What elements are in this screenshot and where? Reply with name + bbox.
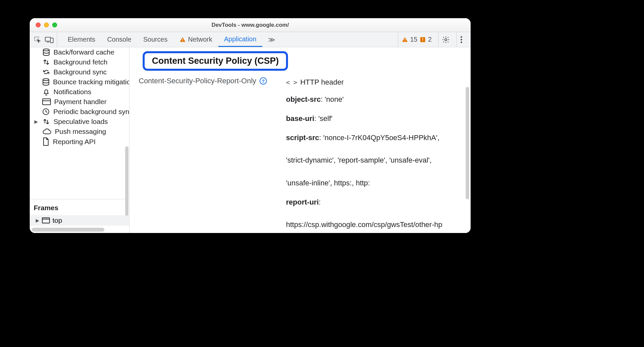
- svg-rect-17: [43, 99, 51, 105]
- tab-network[interactable]: Network: [173, 32, 218, 47]
- svg-point-14: [461, 41, 462, 43]
- svg-rect-20: [42, 218, 50, 223]
- main-detail-pane: Content Security Policy (CSP) Content-Se…: [129, 47, 471, 233]
- sidebar-item-label: Back/forward cache: [54, 48, 114, 56]
- sidebar-item-label: Payment handler: [54, 98, 107, 106]
- svg-rect-7: [405, 41, 405, 41]
- csp-directive-object-src: object-src: 'none': [286, 94, 461, 105]
- main-vscrollbar[interactable]: [466, 87, 469, 199]
- tabstrip: Elements Console Sources Network Applica…: [30, 32, 471, 47]
- settings-button[interactable]: [438, 32, 453, 47]
- sync-icon: [42, 68, 50, 76]
- svg-rect-3: [51, 38, 53, 43]
- svg-rect-4: [182, 39, 183, 40]
- sidebar-item-reporting-api[interactable]: Reporting API: [30, 136, 129, 147]
- device-toggle-icon[interactable]: [45, 36, 54, 43]
- tab-sources[interactable]: Sources: [137, 32, 173, 47]
- cloud-icon: [42, 128, 52, 135]
- application-sidebar: Back/forward cacheBackground fetchBackgr…: [30, 47, 129, 233]
- devtools-window: DevTools - www.google.com/ Elements Cons…: [30, 18, 471, 233]
- database-icon: [42, 49, 50, 56]
- database-icon: [42, 78, 50, 86]
- svg-rect-6: [405, 39, 405, 40]
- sidebar-item-notifications[interactable]: Notifications: [30, 87, 129, 97]
- close-window-button[interactable]: [36, 22, 41, 27]
- panel-tabs: Elements Console Sources Network Applica…: [57, 32, 281, 47]
- clock-icon: [42, 108, 50, 116]
- sidebar-item-push-messaging[interactable]: Push messaging: [30, 127, 129, 136]
- tabs-overflow-button[interactable]: ≫: [262, 32, 281, 47]
- sidebar-item-bounce-tracking-mitigations[interactable]: Bounce tracking mitigations: [30, 77, 129, 87]
- sidebar-item-background-fetch[interactable]: Background fetch: [30, 57, 129, 67]
- svg-rect-5: [182, 41, 183, 41]
- warnings-badge[interactable]: 15 2: [398, 32, 435, 47]
- svg-point-15: [43, 49, 49, 51]
- kebab-icon: [460, 36, 463, 43]
- expand-icon: ▶: [36, 218, 39, 223]
- tab-application[interactable]: Application: [218, 32, 263, 47]
- warning-icon: [402, 36, 408, 43]
- sidebar-item-label: Background fetch: [54, 58, 107, 66]
- sidebar-hscrollbar[interactable]: [32, 228, 104, 232]
- csp-header-name: Content-Security-Policy-Report-Only ?: [139, 77, 277, 85]
- sidebar-item-label: Bounce tracking mitigations: [53, 78, 129, 86]
- sidebar-item-speculative-loads[interactable]: ▶Speculative loads: [30, 117, 129, 127]
- sidebar-item-background-sync[interactable]: Background sync: [30, 67, 129, 77]
- svg-rect-10: [422, 40, 423, 41]
- doc-icon: [42, 137, 50, 146]
- more-button[interactable]: [456, 32, 466, 47]
- sidebar-item-label: Background sync: [54, 68, 107, 76]
- bell-icon: [42, 88, 50, 96]
- help-icon[interactable]: ?: [260, 77, 267, 85]
- titlebar: DevTools - www.google.com/: [30, 18, 471, 32]
- csp-section-title: Content Security Policy (CSP): [152, 56, 279, 66]
- svg-rect-9: [422, 38, 423, 40]
- minimize-window-button[interactable]: [44, 22, 49, 27]
- tab-console[interactable]: Console: [101, 32, 137, 47]
- updown-icon: [42, 58, 50, 66]
- csp-directive-report-uri: report-uri:https://csp.withgoogle.com/cs…: [286, 197, 461, 230]
- frame-label: top: [53, 216, 62, 224]
- csp-source-label: HTTP header: [300, 77, 344, 88]
- traffic-lights: [36, 22, 57, 27]
- csp-directive-base-uri: base-uri: 'self': [286, 113, 461, 124]
- svg-point-12: [461, 36, 462, 38]
- csp-directive-script-src: script-src: 'nonce-I-7rK04QpY5oeS4-HPPkh…: [286, 132, 461, 188]
- card-icon: [42, 98, 51, 105]
- svg-point-11: [445, 38, 447, 40]
- issue-icon: [419, 36, 426, 43]
- code-icon: < >: [286, 77, 297, 88]
- sidebar-item-label: Push messaging: [55, 128, 106, 135]
- updown-icon: [42, 118, 50, 125]
- window-title: DevTools - www.google.com/: [30, 22, 471, 28]
- warning-icon: [179, 36, 186, 43]
- frames-section-header: Frames: [30, 199, 129, 215]
- inspect-icon[interactable]: [34, 36, 41, 43]
- frame-icon: [42, 217, 50, 223]
- sidebar-item-payment-handler[interactable]: Payment handler: [30, 97, 129, 107]
- sidebar-item-label: Periodic background sync: [53, 108, 129, 116]
- expand-icon: ▶: [34, 119, 39, 124]
- frames-top-row[interactable]: ▶ top: [30, 215, 129, 226]
- sidebar-item-label: Notifications: [54, 88, 91, 96]
- zoom-window-button[interactable]: [52, 22, 57, 27]
- tab-elements[interactable]: Elements: [62, 32, 101, 47]
- svg-point-13: [461, 39, 462, 40]
- sidebar-item-label: Speculative loads: [54, 118, 108, 126]
- sidebar-vscrollbar[interactable]: [125, 146, 128, 216]
- sidebar-item-label: Reporting API: [53, 138, 96, 146]
- csp-section-highlight: Content Security Policy (CSP): [143, 51, 288, 71]
- sidebar-item-periodic-background-sync[interactable]: Periodic background sync: [30, 107, 129, 117]
- sidebar-item-back-forward-cache[interactable]: Back/forward cache: [30, 47, 129, 57]
- gear-icon: [442, 36, 450, 44]
- svg-rect-1: [45, 37, 51, 41]
- svg-point-16: [43, 79, 49, 81]
